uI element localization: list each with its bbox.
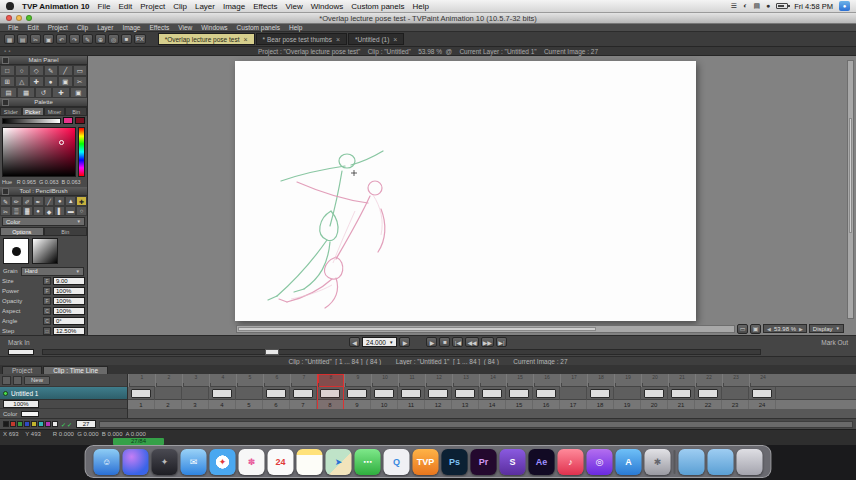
brush-button[interactable]: ▓ — [22, 206, 33, 216]
ruler-frame[interactable]: 20 — [641, 374, 668, 387]
canvas-horizontal-scrollbar[interactable] — [236, 325, 735, 333]
timeline-scrub-slider[interactable] — [42, 349, 761, 355]
transport-button[interactable]: ▶ — [426, 337, 437, 347]
menubar-app-name[interactable]: TVP Animation 10 — [22, 2, 90, 11]
timeline-color-swatch[interactable] — [3, 421, 9, 427]
layer-visibility-dot[interactable] — [3, 391, 8, 396]
menubar-clock[interactable]: Fri 4:58 PM — [794, 2, 833, 11]
apple-menu-icon[interactable] — [6, 2, 14, 10]
timeline-frame-cell[interactable] — [317, 387, 344, 400]
brush-button[interactable]: ✚ — [76, 196, 87, 206]
zoom-increase-icon[interactable]: ▶ — [799, 326, 803, 332]
new-layer-button[interactable]: New — [24, 376, 50, 385]
brush-button[interactable]: ▲ — [65, 196, 76, 206]
tool-button[interactable]: ✚ — [29, 76, 44, 87]
parameter-value-field[interactable]: 100% — [53, 297, 85, 305]
frame-number[interactable]: 16 — [533, 400, 560, 409]
toolbar-button[interactable]: ↶ — [56, 34, 67, 44]
dock-icon-notes[interactable] — [297, 449, 323, 475]
background-color-swatch[interactable] — [75, 117, 85, 124]
timeline-color-swatch[interactable] — [17, 421, 23, 427]
main-panel-header[interactable]: Main Panel — [0, 56, 87, 65]
ruler-frame[interactable]: 23 — [722, 374, 749, 387]
frame-number[interactable]: 1 — [128, 400, 155, 409]
timeline-frame-cell[interactable] — [425, 387, 452, 400]
info-bar-icon[interactable]: ▪ — [4, 48, 6, 54]
dock-icon-folder-downloads[interactable] — [708, 449, 734, 475]
timeline-frame-cell[interactable] — [209, 387, 236, 400]
user-switch-icon[interactable]: ● — [839, 1, 850, 11]
tool-button[interactable]: ⊞ — [0, 76, 15, 87]
tool-button[interactable]: ▭ — [73, 65, 88, 76]
toolbar-button[interactable]: ↷ — [69, 34, 80, 44]
app-menu-item[interactable]: Project — [48, 24, 68, 31]
panel-action-button[interactable]: ▣ — [70, 87, 87, 98]
ruler-frame[interactable]: 22 — [695, 374, 722, 387]
transport-button[interactable]: ▶▶ — [481, 337, 494, 347]
frame-number[interactable]: 18 — [587, 400, 614, 409]
ruler-frame[interactable]: 2 — [155, 374, 182, 387]
dock-icon-folder-documents[interactable] — [679, 449, 705, 475]
dock-icon-trash[interactable] — [737, 449, 763, 475]
frame-number[interactable]: 7 — [290, 400, 317, 409]
zoom-control[interactable]: ◀ 53.98 % ▶ — [763, 324, 807, 333]
dock-icon-launchpad[interactable]: ✦ — [152, 449, 178, 475]
parameter-mode-toggle[interactable]: F — [43, 287, 51, 295]
parameter-value-field[interactable]: 100% — [53, 287, 85, 295]
info-bar-icon[interactable]: ▪ — [8, 48, 10, 54]
brush-button[interactable]: ✂ — [0, 206, 11, 216]
menubar-menu-item[interactable]: View — [286, 2, 303, 11]
document-tab[interactable]: *Untitled (1) × — [348, 33, 404, 45]
timeline-frame-cell[interactable] — [560, 387, 587, 400]
zoom-decrease-icon[interactable]: ◀ — [767, 326, 771, 332]
frame-number[interactable]: 21 — [668, 400, 695, 409]
ruler-frame[interactable]: 4 — [209, 374, 236, 387]
tool-button[interactable]: ● — [44, 76, 59, 87]
parameter-mode-toggle[interactable]: F — [43, 277, 51, 285]
parameter-value-field[interactable]: 9.00 — [53, 277, 85, 285]
ruler-frame[interactable]: 5 — [236, 374, 263, 387]
menubar-status-icon[interactable]: ● — [766, 2, 770, 10]
menubar-menu-item[interactable]: File — [98, 2, 111, 11]
dock-icon-system-preferences[interactable]: ✱ — [645, 449, 671, 475]
timeline-color-swatch[interactable] — [45, 421, 51, 427]
ruler-frame[interactable]: 19 — [614, 374, 641, 387]
timeline-frame-cell[interactable] — [506, 387, 533, 400]
layer-check-icons[interactable]: ✓✓ — [61, 421, 73, 428]
ruler-frame[interactable]: 18 — [587, 374, 614, 387]
menubar-menu-item[interactable]: Project — [140, 2, 165, 11]
hue-strip[interactable] — [78, 127, 85, 177]
grain-select[interactable]: Hard ▼ — [21, 267, 84, 276]
timeline-frame-cell[interactable] — [749, 387, 776, 400]
frame-increment-button[interactable]: ▶ — [399, 337, 410, 347]
options-tab[interactable]: Bin — [44, 227, 88, 236]
menubar-menu-item[interactable]: Custom panels — [351, 2, 404, 11]
layer-color-swatch[interactable] — [21, 411, 39, 417]
timeline-frame-cell[interactable] — [128, 387, 155, 400]
scrollbar-thumb[interactable] — [238, 327, 596, 331]
frame-counter[interactable]: 24.000 ▼ — [362, 337, 397, 347]
document-tab[interactable]: * Bear pose test thumbs × — [256, 33, 347, 45]
frame-number[interactable]: 3 — [182, 400, 209, 409]
brush-button[interactable]: ○ — [76, 206, 87, 216]
dock-icon-app-store[interactable]: A — [616, 449, 642, 475]
dock-icon-safari[interactable]: ✦ — [210, 449, 236, 475]
ruler-frame[interactable]: 10 — [371, 374, 398, 387]
app-menu-item[interactable]: Edit — [27, 24, 38, 31]
timeline-frame-cell[interactable] — [587, 387, 614, 400]
app-menu-item[interactable]: Effects — [149, 24, 169, 31]
timeline-frame-cell[interactable] — [236, 387, 263, 400]
brush-button[interactable]: ▬ — [65, 206, 76, 216]
dock-icon-siri[interactable] — [123, 449, 149, 475]
view-option-button[interactable]: ▭ — [737, 324, 748, 334]
palette-header[interactable]: Palette — [0, 98, 87, 107]
mark-in-label[interactable]: Mark In — [0, 339, 110, 346]
timeline-frame-cell[interactable] — [263, 387, 290, 400]
brush-gradient-preview[interactable] — [32, 238, 58, 264]
tab-close-icon[interactable]: × — [393, 36, 397, 43]
color-picker-field[interactable] — [2, 127, 76, 177]
dock-icon-finder[interactable]: ☺ — [94, 449, 120, 475]
display-select[interactable]: Display ▼ — [809, 324, 844, 333]
app-menu-item[interactable]: Layer — [97, 24, 113, 31]
timeline-frame-cell[interactable] — [290, 387, 317, 400]
